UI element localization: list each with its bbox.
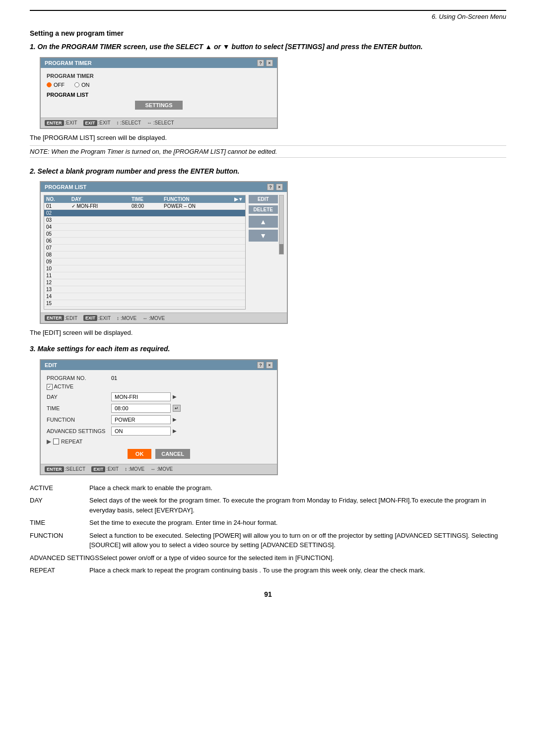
desc-def: Set the time to execute the program. Ent…: [89, 518, 506, 528]
cell-time: [130, 245, 162, 252]
program-no-value: 01: [111, 375, 117, 381]
exit-badge: EXIT: [83, 120, 97, 126]
desc-term: DAY: [30, 496, 89, 515]
desc-row: ACTIVEPlace a check mark to enable the p…: [30, 483, 506, 493]
descriptions-section: ACTIVEPlace a check mark to enable the p…: [30, 483, 506, 575]
advanced-arrow: ▶: [173, 428, 177, 434]
footer-key-leftright: ↔ :SELECT: [147, 120, 174, 126]
radio-on[interactable]: ON: [74, 82, 90, 88]
radio-off[interactable]: OFF: [47, 82, 65, 88]
table-row[interactable]: 02: [44, 210, 245, 217]
cell-time: [130, 293, 162, 300]
time-field[interactable]: 08:00: [111, 404, 171, 413]
table-row[interactable]: 14: [44, 293, 245, 300]
settings-button[interactable]: SETTINGS: [135, 101, 182, 110]
table-row[interactable]: 15: [44, 300, 245, 307]
cell-no: 03: [44, 217, 69, 224]
repeat-checkbox[interactable]: [53, 439, 59, 444]
advanced-field[interactable]: ON: [111, 427, 171, 436]
pl-buttons: EDIT DELETE ▲ ▼: [249, 195, 278, 242]
cell-arrow: [232, 252, 245, 258]
cell-arrow: [232, 279, 245, 286]
day-field[interactable]: MON-FRI: [111, 392, 171, 401]
function-field[interactable]: POWER: [111, 415, 171, 424]
cell-function: [162, 245, 232, 252]
label-function: FUNCTION: [47, 417, 111, 423]
label-repeat: ▶ REPEAT: [47, 438, 111, 445]
table-row[interactable]: 10: [44, 265, 245, 272]
cell-no: 04: [44, 224, 69, 231]
footer-key-updown: ↕ :SELECT: [117, 120, 141, 126]
table-row[interactable]: 08: [44, 252, 245, 258]
field-active[interactable]: ACTIVE: [47, 383, 271, 390]
program-list-table: NO. DAY TIME FUNCTION ▶▼ 01✓ MON-FRI08:0…: [44, 195, 245, 307]
help-icon: ?: [257, 60, 264, 66]
table-row[interactable]: 13: [44, 286, 245, 293]
radio-on-indicator: [74, 82, 79, 87]
cell-arrow: [232, 238, 245, 245]
edit-button[interactable]: EDIT: [249, 195, 278, 203]
value-day: MON-FRI ▶: [111, 392, 271, 401]
table-row[interactable]: 07: [44, 245, 245, 252]
down-button[interactable]: ▼: [249, 230, 278, 242]
cell-day: [69, 217, 130, 224]
col-no: NO.: [44, 195, 69, 203]
cell-time: [130, 238, 162, 245]
cell-no: 08: [44, 252, 69, 258]
cell-time: [130, 210, 162, 217]
cell-no: 11: [44, 272, 69, 279]
table-row[interactable]: 03: [44, 217, 245, 224]
col-icon: ▶▼: [232, 195, 245, 203]
up-button[interactable]: ▲: [249, 216, 278, 228]
cell-no: 13: [44, 286, 69, 293]
table-row[interactable]: 11: [44, 272, 245, 279]
cell-function: [162, 252, 232, 258]
day-arrow: ▶: [173, 394, 177, 399]
desc-def: Select days of the week for the program …: [89, 496, 506, 515]
table-row[interactable]: 06: [44, 238, 245, 245]
cell-time: [130, 252, 162, 258]
field-time: TIME 08:00 ↵: [47, 404, 271, 413]
cancel-button[interactable]: CANCEL: [155, 449, 190, 459]
cell-function: [162, 279, 232, 286]
cell-day: [69, 293, 130, 300]
label-time: TIME: [47, 405, 111, 411]
help-icon-edit: ?: [257, 362, 264, 369]
close-icon-edit: ×: [266, 362, 273, 369]
cell-arrow: [232, 231, 245, 238]
field-repeat[interactable]: ▶ REPEAT: [47, 438, 271, 445]
dialog-icons-edit: ? ×: [257, 362, 273, 369]
cell-day: [69, 279, 130, 286]
cell-time: 08:00: [130, 203, 162, 210]
cell-function: [162, 231, 232, 238]
cell-day: [69, 231, 130, 238]
table-row[interactable]: 05: [44, 231, 245, 238]
table-row[interactable]: 01✓ MON-FRI08:00POWER – ON: [44, 203, 245, 210]
scrollbar[interactable]: [279, 195, 284, 254]
cell-no: 10: [44, 265, 69, 272]
ok-button[interactable]: OK: [128, 449, 152, 459]
table-row[interactable]: 04: [44, 224, 245, 231]
active-checkbox[interactable]: [47, 384, 53, 390]
dialog-title-pl: PROGRAM LIST: [45, 184, 86, 190]
dialog-body-edit: PROGRAM NO. 01 ACTIVE DAY MON-FRI ▶: [41, 370, 277, 464]
desc-row: ADVANCED SETTINGSSelect power on/off or …: [30, 553, 506, 563]
cell-day: [69, 245, 130, 252]
cell-no: 15: [44, 300, 69, 307]
table-row[interactable]: 09: [44, 258, 245, 265]
cell-time: [130, 265, 162, 272]
step3-text: Make settings for each item as required.: [38, 345, 170, 353]
cell-day: [69, 272, 130, 279]
cell-no: 06: [44, 238, 69, 245]
desc-term: REPEAT: [30, 566, 89, 575]
table-row[interactable]: 12: [44, 279, 245, 286]
pt-label: PROGRAM TIMER: [47, 73, 271, 79]
delete-button[interactable]: DELETE: [249, 205, 278, 214]
cell-day: ✓ MON-FRI: [69, 203, 130, 210]
label-day: DAY: [47, 394, 111, 400]
step2-text: Select a blank program number and press …: [38, 167, 240, 175]
step1-title: 1. On the PROGRAM TIMER screen, use the …: [30, 42, 506, 52]
cell-arrow: [232, 245, 245, 252]
program-list-dialog: PROGRAM LIST ? × NO. DAY TIME FUNCTION: [40, 181, 506, 324]
desc-row: REPEATPlace a check mark to repeat the p…: [30, 566, 506, 575]
